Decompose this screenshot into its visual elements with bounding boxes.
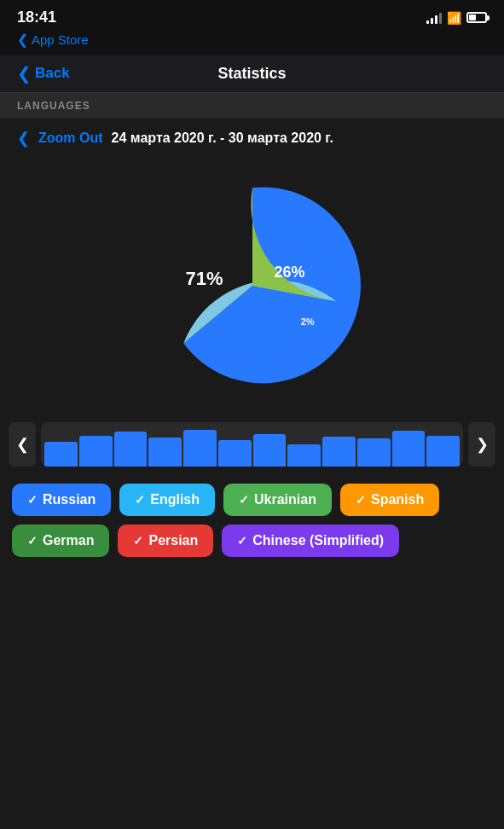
- app-store-label: App Store: [32, 32, 89, 47]
- bar-item: [287, 444, 321, 467]
- zoom-out-button[interactable]: Zoom Out: [38, 130, 103, 146]
- pie-svg: [142, 175, 363, 397]
- tag-label: Ukrainian: [254, 492, 316, 507]
- bar-item: [253, 434, 287, 467]
- tag-label: Spanish: [371, 492, 424, 507]
- tag-german[interactable]: ✓ German: [12, 525, 109, 557]
- wifi-icon: 📶: [447, 11, 461, 25]
- tag-persian[interactable]: ✓ Persian: [118, 525, 213, 557]
- pie-chart-area: 71% 26% 2%: [0, 158, 504, 422]
- bar-prev-button[interactable]: ❮: [9, 422, 36, 467]
- bar-item: [218, 440, 252, 467]
- bar-item: [392, 431, 426, 467]
- bar-chart: [41, 422, 463, 467]
- back-button[interactable]: ❮ Back: [17, 63, 85, 84]
- zoom-chevron-icon: ❮: [17, 129, 30, 148]
- back-chevron-icon: ❮: [17, 32, 28, 48]
- bar-item: [148, 438, 182, 467]
- status-time: 18:41: [17, 9, 56, 26]
- back-label: Back: [35, 65, 70, 82]
- check-icon: ✓: [27, 493, 38, 507]
- check-icon: ✓: [135, 493, 145, 507]
- section-header-languages: LANGUAGES: [0, 93, 504, 119]
- tag-label: Chinese (Simplified): [252, 533, 384, 548]
- bar-item: [114, 432, 148, 467]
- pie-chart: 71% 26% 2%: [142, 175, 363, 397]
- status-icons: 📶: [426, 11, 487, 25]
- bar-item: [426, 436, 460, 467]
- tag-ukrainian[interactable]: ✓ Ukrainian: [223, 484, 332, 516]
- zoom-row[interactable]: ❮ Zoom Out 24 марта 2020 г. - 30 марта 2…: [0, 119, 504, 158]
- tag-chinese[interactable]: ✓ Chinese (Simplified): [222, 525, 399, 557]
- tag-label: Russian: [43, 492, 96, 507]
- tag-label: Persian: [148, 533, 198, 548]
- check-icon: ✓: [356, 493, 366, 507]
- page-title: Statistics: [85, 65, 419, 83]
- tag-label: German: [43, 533, 94, 548]
- bar-chart-row: ❮ ❯: [0, 422, 504, 467]
- battery-icon: [466, 12, 487, 23]
- back-chevron-icon: ❮: [17, 63, 32, 84]
- bar-item: [357, 438, 391, 467]
- check-icon: ✓: [237, 534, 247, 548]
- tag-spanish[interactable]: ✓ Spanish: [340, 484, 439, 516]
- status-bar: 18:41 📶: [0, 0, 504, 30]
- tag-english[interactable]: ✓ English: [119, 484, 215, 516]
- nav-bar: ❮ Back Statistics: [0, 55, 504, 93]
- check-icon: ✓: [27, 534, 38, 548]
- bar-next-button[interactable]: ❯: [468, 422, 495, 467]
- check-icon: ✓: [239, 493, 249, 507]
- bar-item: [183, 430, 217, 467]
- pie-label-2: 2%: [301, 316, 315, 327]
- bar-item: [44, 442, 78, 467]
- check-icon: ✓: [133, 534, 143, 548]
- app-store-bar[interactable]: ❮ App Store: [0, 30, 504, 55]
- bar-item: [79, 436, 113, 467]
- tag-label: English: [150, 492, 200, 507]
- pie-label-26: 26%: [275, 264, 305, 281]
- signal-bars-icon: [426, 12, 442, 24]
- tag-russian[interactable]: ✓ Russian: [12, 484, 111, 516]
- date-range: 24 марта 2020 г. - 30 марта 2020 г.: [112, 130, 333, 146]
- bar-item: [322, 437, 356, 467]
- pie-label-71: 71%: [186, 268, 223, 290]
- tags-area: ✓ Russian✓ English✓ Ukrainian✓ Spanish✓ …: [0, 484, 504, 574]
